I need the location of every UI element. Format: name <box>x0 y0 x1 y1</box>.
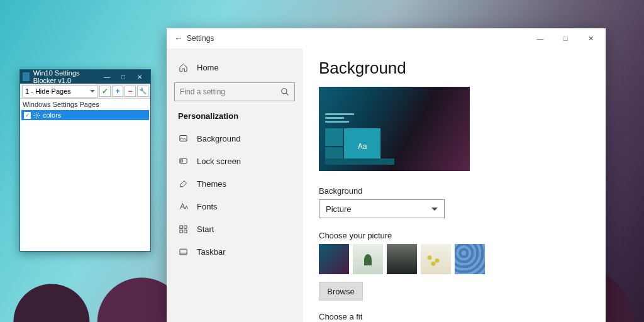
blocker-window-controls: — □ ✕ <box>99 70 148 84</box>
remove-button[interactable]: − <box>125 86 136 97</box>
background-label: Background <box>319 186 589 196</box>
image-icon <box>178 134 188 143</box>
apply-button[interactable]: ✓ <box>99 86 111 97</box>
mode-dropdown[interactable]: 1 - Hide Pages <box>22 85 98 97</box>
svg-rect-8 <box>184 230 186 232</box>
grid-icon <box>178 225 188 234</box>
font-icon <box>178 202 188 211</box>
search-icon <box>280 87 289 96</box>
gear-icon <box>33 112 40 119</box>
settings-titlebar[interactable]: ← Settings — □ ✕ <box>167 28 606 48</box>
sidebar-item-label: Home <box>197 63 219 72</box>
picture-thumb[interactable] <box>455 244 485 274</box>
list-item[interactable]: ✓ colors <box>21 110 149 120</box>
sidebar-item-home[interactable]: Home <box>167 56 303 79</box>
background-type-dropdown[interactable]: Picture <box>319 199 445 218</box>
picture-thumb[interactable] <box>421 244 451 274</box>
back-button[interactable]: ← <box>174 33 187 43</box>
svg-rect-9 <box>179 249 186 255</box>
svg-rect-4 <box>180 160 182 162</box>
dropdown-value: Picture <box>326 204 351 214</box>
settings-sidebar: Home Find a setting Personalization Back… <box>167 48 303 322</box>
sidebar-item-label: Start <box>197 225 214 234</box>
maximize-button[interactable]: □ <box>553 30 578 47</box>
desktop-preview: Aa <box>319 87 470 171</box>
blocker-title-text: Win10 Settings Blocker v1.0 <box>33 69 99 84</box>
search-input[interactable]: Find a setting <box>174 82 295 101</box>
section-header: Personalization <box>167 110 303 127</box>
sidebar-item-themes[interactable]: Themes <box>167 172 303 195</box>
blocker-titlebar[interactable]: Win10 Settings Blocker v1.0 — □ ✕ <box>20 70 150 84</box>
sidebar-item-lockscreen[interactable]: Lock screen <box>167 150 303 172</box>
page-title: Background <box>319 58 589 78</box>
svg-rect-6 <box>184 225 186 228</box>
close-button[interactable]: ✕ <box>578 30 603 47</box>
blocker-app-icon <box>23 72 30 81</box>
mode-value: 1 - Hide Pages <box>25 87 71 95</box>
sidebar-item-label: Background <box>197 134 240 143</box>
lock-icon <box>178 157 188 166</box>
settings-main: Background Aa Background Picture Choose … <box>303 48 606 322</box>
picture-thumb[interactable] <box>353 244 383 274</box>
add-button[interactable]: + <box>112 86 123 97</box>
blocker-toolbar: 1 - Hide Pages ✓ + − 🔧 <box>20 84 150 99</box>
minimize-button[interactable]: — <box>528 30 553 47</box>
sidebar-item-start[interactable]: Start <box>167 218 303 240</box>
options-button[interactable]: 🔧 <box>137 86 148 97</box>
list-header: Windows Settings Pages <box>20 99 150 110</box>
svg-rect-2 <box>179 135 186 141</box>
minimize-button[interactable]: — <box>99 70 115 84</box>
blocker-window: Win10 Settings Blocker v1.0 — □ ✕ 1 - Hi… <box>19 69 151 252</box>
home-icon <box>178 63 188 72</box>
choose-fit-label: Choose a fit <box>319 312 589 321</box>
list-item-label: colors <box>43 111 61 119</box>
svg-rect-7 <box>179 230 182 232</box>
search-placeholder: Find a setting <box>180 87 225 96</box>
sidebar-item-label: Lock screen <box>197 157 241 166</box>
sidebar-item-label: Taskbar <box>197 247 226 257</box>
checkbox-icon[interactable]: ✓ <box>24 112 31 119</box>
sidebar-item-label: Themes <box>197 179 226 189</box>
svg-point-0 <box>36 114 38 116</box>
window-title: Settings <box>187 34 214 43</box>
picture-thumbnails <box>319 244 589 274</box>
sidebar-item-label: Fonts <box>197 202 218 211</box>
taskbar-icon <box>178 247 188 257</box>
svg-point-1 <box>282 89 287 94</box>
choose-picture-label: Choose your picture <box>319 231 589 240</box>
sidebar-item-taskbar[interactable]: Taskbar <box>167 240 303 263</box>
close-button[interactable]: ✕ <box>131 70 148 84</box>
brush-icon <box>178 179 188 189</box>
svg-rect-5 <box>179 225 182 228</box>
picture-thumb[interactable] <box>387 244 417 274</box>
sidebar-item-background[interactable]: Background <box>167 127 303 150</box>
sidebar-item-fonts[interactable]: Fonts <box>167 195 303 218</box>
settings-window-controls: — □ ✕ <box>528 30 603 47</box>
settings-window: ← Settings — □ ✕ Home Find a setting Per… <box>167 28 606 322</box>
maximize-button[interactable]: □ <box>115 70 131 84</box>
browse-button[interactable]: Browse <box>319 282 363 301</box>
picture-thumb[interactable] <box>319 244 349 274</box>
